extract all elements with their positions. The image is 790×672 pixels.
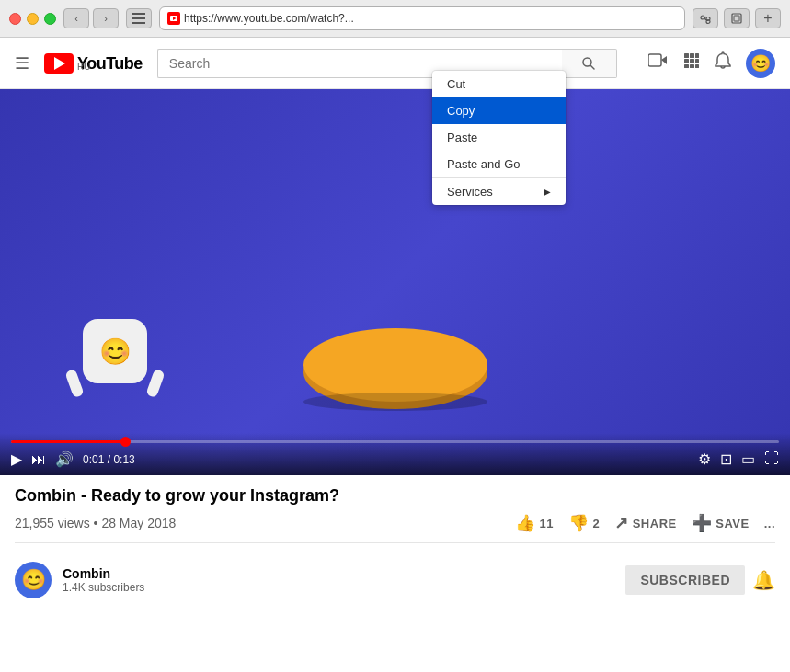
forward-button[interactable]: ›: [93, 8, 119, 28]
youtube-logo[interactable]: YouTube RU: [44, 53, 143, 74]
youtube-logo-icon: [44, 53, 74, 74]
notification-bell-button[interactable]: 🔔: [752, 569, 775, 591]
next-button[interactable]: ⏭: [31, 451, 46, 468]
controls-right: ⚙ ⊡ ▭ ⛶: [698, 450, 779, 468]
video-character: 😊: [83, 319, 147, 383]
video-meta: 21,955 views • 28 May 2018 👍 11 👎 2 ↗ SH…: [15, 513, 775, 543]
controls-row: ▶ ⏭ 🔊 0:01 / 0:13 ⚙ ⊡ ▭ ⛶: [11, 450, 779, 468]
like-button[interactable]: 👍 11: [515, 513, 554, 533]
progress-fill: [11, 440, 126, 443]
avatar-icon: 😊: [750, 53, 771, 74]
copy-label: Copy: [447, 104, 475, 118]
cut-label: Cut: [447, 77, 465, 91]
coin-shadow: [303, 393, 487, 411]
context-menu-item-paste[interactable]: Paste: [432, 124, 566, 151]
video-info: Combin - Ready to grow your Instagram? 2…: [0, 475, 790, 551]
character-left-arm: [64, 369, 85, 398]
theater-button[interactable]: ▭: [741, 450, 755, 468]
traffic-lights: [9, 13, 56, 25]
video-coin: [303, 328, 487, 402]
minimize-button[interactable]: [27, 13, 39, 25]
upload-date: 28 May 2018: [101, 516, 176, 530]
fullscreen-button[interactable]: ⛶: [764, 450, 779, 468]
tab-manage-button[interactable]: [724, 8, 750, 28]
svg-rect-8: [734, 16, 739, 21]
notifications-icon[interactable]: [715, 51, 731, 74]
new-tab-button[interactable]: +: [755, 8, 781, 28]
video-background: 😊: [0, 89, 790, 475]
progress-dot: [120, 437, 131, 447]
header-icons: 😊: [648, 49, 775, 78]
miniplayer-button[interactable]: ⊡: [720, 450, 732, 468]
svg-rect-16: [684, 59, 689, 63]
channel-avatar[interactable]: 😊: [15, 562, 52, 598]
svg-rect-1: [132, 17, 145, 19]
volume-button[interactable]: 🔊: [55, 450, 74, 468]
context-menu-item-cut[interactable]: Cut: [432, 71, 566, 97]
context-menu-item-services[interactable]: Services ▶: [432, 178, 566, 205]
character-right-arm: [145, 369, 166, 398]
hamburger-menu-button[interactable]: ☰: [15, 53, 29, 74]
svg-rect-19: [684, 64, 689, 68]
settings-icon[interactable]: ⚙: [698, 450, 711, 468]
video-container: 😊 ▶ ⏭: [0, 89, 790, 475]
share-label: SHARE: [633, 517, 677, 530]
upload-icon[interactable]: [648, 52, 669, 74]
video-views: 21,955 views • 28 May 2018: [15, 516, 176, 530]
play-icon: [54, 57, 65, 70]
svg-rect-17: [690, 59, 694, 63]
services-label: Services: [447, 185, 493, 199]
share-button[interactable]: ↗ SHARE: [614, 513, 677, 533]
video-actions: 👍 11 👎 2 ↗ SHARE ➕ SAVE ...: [515, 513, 775, 533]
paste-and-go-label: Paste and Go: [447, 157, 521, 171]
apps-icon[interactable]: [683, 52, 700, 74]
user-avatar[interactable]: 😊: [746, 49, 775, 78]
like-icon: 👍: [515, 513, 536, 533]
character-face: 😊: [99, 336, 132, 367]
context-menu-item-paste-go[interactable]: Paste and Go: [432, 151, 566, 177]
youtube-logo-suffix: RU: [77, 63, 143, 72]
video-controls: ▶ ⏭ 🔊 0:01 / 0:13 ⚙ ⊡ ▭ ⛶: [0, 433, 790, 475]
svg-rect-14: [690, 53, 694, 58]
coin-shape: [303, 328, 487, 402]
browser-action-buttons: +: [693, 8, 781, 28]
svg-rect-21: [695, 64, 699, 68]
svg-marker-12: [661, 56, 667, 64]
context-menu-item-copy[interactable]: Copy: [432, 97, 566, 124]
share-button[interactable]: [693, 8, 718, 28]
dislike-count: 2: [592, 517, 600, 530]
play-button[interactable]: ▶: [11, 450, 22, 468]
sidebar-toggle-button[interactable]: [126, 8, 152, 28]
browser-frame: ‹ › https://www.youtube.com/watch?... +: [0, 0, 790, 38]
close-button[interactable]: [9, 13, 21, 25]
svg-rect-11: [648, 54, 661, 66]
search-button[interactable]: [562, 49, 617, 78]
save-icon: ➕: [692, 513, 713, 533]
favicon: [167, 12, 180, 25]
more-label: ...: [764, 517, 775, 530]
share-icon: ↗: [614, 513, 629, 533]
address-bar[interactable]: https://www.youtube.com/watch?...: [159, 6, 685, 30]
browser-titlebar: ‹ › https://www.youtube.com/watch?... +: [0, 0, 790, 37]
nav-buttons: ‹ ›: [63, 8, 119, 28]
channel-subscribers: 1.4K subscribers: [63, 581, 144, 594]
back-button[interactable]: ‹: [63, 8, 89, 28]
more-button[interactable]: ...: [764, 517, 775, 530]
svg-rect-18: [695, 59, 699, 63]
channel-info: 😊 Combin 1.4K subscribers SUBSCRIBED 🔔: [0, 551, 790, 609]
save-button[interactable]: ➕ SAVE: [692, 513, 750, 533]
time-total: 0:13: [113, 453, 134, 466]
progress-bar[interactable]: [11, 440, 779, 443]
address-text: https://www.youtube.com/watch?...: [184, 12, 677, 25]
dislike-icon: 👎: [568, 513, 590, 533]
subscribe-button[interactable]: SUBSCRIBED: [625, 565, 745, 595]
character-arms: [69, 370, 161, 397]
svg-rect-13: [684, 53, 689, 58]
time-display: 0:01 / 0:13: [83, 453, 135, 466]
svg-rect-15: [695, 53, 699, 58]
like-count: 11: [540, 517, 554, 530]
dislike-button[interactable]: 👎 2: [568, 513, 600, 533]
maximize-button[interactable]: [44, 13, 56, 25]
save-label: SAVE: [716, 517, 749, 530]
svg-rect-20: [690, 64, 694, 68]
